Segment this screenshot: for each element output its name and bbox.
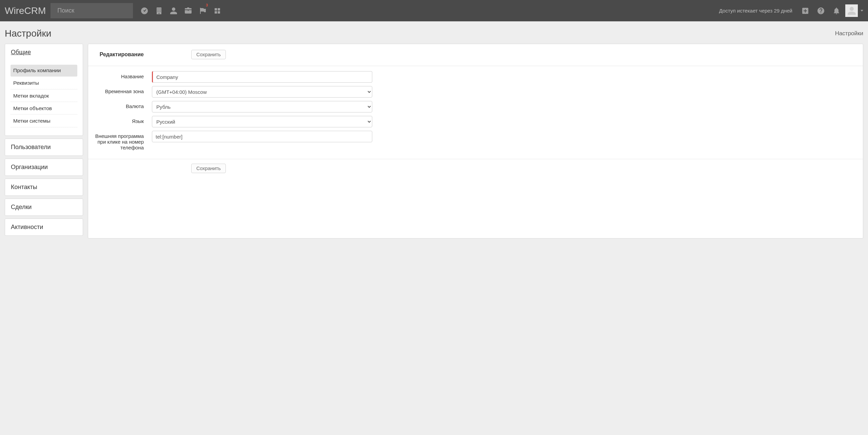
user-menu[interactable] <box>845 4 863 17</box>
help-icon[interactable] <box>814 0 828 21</box>
sidebar-item-tab-labels[interactable]: Метки вкладок <box>11 90 77 102</box>
sidebar-section-users[interactable]: Пользователи <box>5 139 83 156</box>
chevron-down-icon <box>861 10 863 12</box>
main-panel: Редактирование Сохранить Название Времен… <box>88 44 863 239</box>
save-button-bottom[interactable]: Сохранить <box>191 164 226 173</box>
select-currency[interactable]: Рубль <box>152 101 372 112</box>
sidebar-section-deals[interactable]: Сделки <box>5 199 83 215</box>
top-navbar: WireCRM 3 Доступ истекает через 29 дней <box>0 0 868 21</box>
input-tel-program[interactable] <box>152 131 372 142</box>
access-expiry-text: Доступ истекает через 29 дней <box>719 8 792 14</box>
briefcase-icon[interactable] <box>181 0 195 21</box>
building-icon[interactable] <box>152 0 166 21</box>
flag-badge: 3 <box>206 3 208 7</box>
page-title: Настройки <box>5 28 51 39</box>
sidebar-section-organizations[interactable]: Организации <box>5 159 83 175</box>
sidebar-item-requisites[interactable]: Реквизиты <box>11 77 77 89</box>
label-timezone: Временная зона <box>94 86 152 94</box>
save-button-top[interactable]: Сохранить <box>191 50 226 59</box>
user-icon[interactable] <box>166 0 181 21</box>
sidebar-section-contacts[interactable]: Контакты <box>5 179 83 195</box>
label-language: Язык <box>94 116 152 124</box>
sidebar-item-system-labels[interactable]: Метки системы <box>11 115 77 127</box>
sidebar-section-activities[interactable]: Активности <box>5 219 83 235</box>
sidebar-item-company-profile[interactable]: Профиль компании <box>11 65 77 77</box>
label-tel-program: Внешняя программа при клике на номер тел… <box>94 131 152 150</box>
breadcrumb[interactable]: Настройки <box>835 30 863 37</box>
flag-icon[interactable]: 3 <box>195 0 210 21</box>
avatar <box>845 4 858 17</box>
apps-icon[interactable] <box>210 0 224 21</box>
label-currency: Валюта <box>94 101 152 109</box>
brand-logo[interactable]: WireCRM <box>5 5 46 16</box>
sidebar-item-object-labels[interactable]: Метки объектов <box>11 103 77 115</box>
search-input[interactable] <box>51 3 133 18</box>
sidebar-section-general[interactable]: Общие <box>5 44 83 61</box>
select-language[interactable]: Русский <box>152 116 372 127</box>
label-name: Название <box>94 71 152 79</box>
edit-heading: Редактирование <box>94 51 152 58</box>
settings-sidebar: Общие Профиль компании Реквизиты Метки в… <box>5 44 83 239</box>
dashboard-icon[interactable] <box>137 0 152 21</box>
input-name[interactable] <box>152 71 372 83</box>
select-timezone[interactable]: (GMT+04:00) Moscow <box>152 86 372 98</box>
add-icon[interactable] <box>798 0 812 21</box>
bell-icon[interactable] <box>830 0 843 21</box>
